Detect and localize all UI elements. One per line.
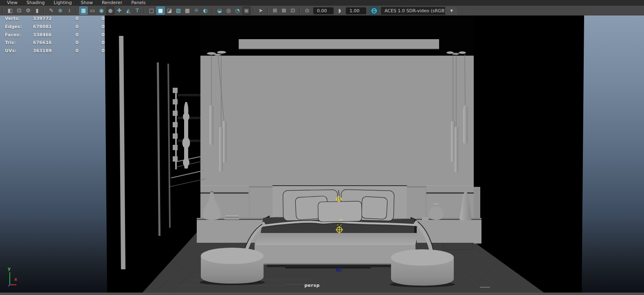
- menu-shading[interactable]: Shading: [22, 0, 49, 6]
- bedspread[interactable]: [255, 233, 418, 244]
- shadows-icon[interactable]: ◐: [201, 7, 209, 15]
- toolbar-separator: [253, 7, 254, 14]
- toolbar-separator: [44, 7, 45, 14]
- toolbar-separator: [76, 7, 77, 14]
- pillow-mid-right[interactable]: [361, 196, 388, 219]
- exposure-field[interactable]: 0.00: [313, 7, 334, 14]
- hud-row: Tris: 676616 0 0: [0, 40, 114, 48]
- selection-pivot-tick: [339, 220, 343, 220]
- menu-renderer[interactable]: Renderer: [97, 0, 127, 6]
- paint-tool-icon[interactable]: ≀: [65, 7, 73, 15]
- field-chart-icon[interactable]: ✚: [115, 7, 123, 15]
- hud-row: Faces: 338466 0 0: [0, 32, 114, 40]
- panel-toolbar: ◧⊡⚙▮✎⊕≀▦▭◉●✚◭T□■◪▧▩☼◐◒◎◔▣➤⊞⊠⊡ ⊙ 0.00 ◗ 1…: [0, 6, 644, 16]
- ceiling[interactable]: [199, 16, 475, 56]
- snapshot-icon[interactable]: ⊡: [289, 7, 297, 15]
- color-management-toggle[interactable]: ON: [369, 7, 379, 15]
- maya-viewport-panel: ViewShadingLightingShowRendererPanels ◧⊡…: [0, 0, 644, 295]
- axis-x-label: x: [14, 277, 17, 282]
- resolution-gate-icon[interactable]: ◉: [97, 7, 106, 15]
- viewport-canvas[interactable]: N|: [0, 16, 644, 295]
- hud-poly-count: Verts: 339772 0 0 Edges: 678081 0 0 Face…: [0, 16, 114, 56]
- vase-bottle-mouth: [210, 191, 213, 193]
- panel-bottom-border: [0, 293, 644, 295]
- smooth-shade-icon[interactable]: ■: [156, 7, 165, 15]
- hud-row: UVs: 363189 0 0: [0, 48, 114, 56]
- dropdown-arrow-icon[interactable]: ▼: [446, 7, 457, 15]
- ottoman-right[interactable]: [390, 249, 455, 287]
- scene-svg[interactable]: N|: [0, 16, 644, 295]
- hud-row: Edges: 678081 0 0: [0, 24, 114, 32]
- image-plane-icon[interactable]: ◭: [124, 7, 132, 15]
- gamma-field[interactable]: 1.00: [346, 7, 366, 14]
- lights-icon[interactable]: ☼: [192, 7, 200, 15]
- camera-label: persp: [301, 283, 323, 288]
- motion-blur-icon[interactable]: ◎: [224, 7, 233, 15]
- hud-row: Verts: 339772 0 0: [0, 16, 114, 24]
- bed-under-shadow2: [285, 267, 371, 268]
- camera-attributes-icon[interactable]: ◧: [6, 7, 14, 15]
- menu-view[interactable]: View: [2, 0, 22, 6]
- menu-lighting[interactable]: Lighting: [49, 0, 76, 6]
- right-wall[interactable]: [474, 16, 584, 293]
- film-gate-icon[interactable]: ▭: [88, 7, 97, 15]
- panel-menu-bar: ViewShadingLightingShowRendererPanels: [0, 0, 644, 6]
- bookmark-icon[interactable]: ▮: [33, 7, 41, 15]
- anti-aliasing-icon[interactable]: ◔: [233, 7, 242, 15]
- small-box[interactable]: [422, 217, 429, 220]
- pan-zoom-icon[interactable]: T: [133, 7, 141, 15]
- ceiling-beam[interactable]: [239, 39, 439, 49]
- toolbar-separator: [267, 7, 268, 14]
- toolbar-separator: [212, 7, 213, 14]
- textured-icon[interactable]: ▧: [174, 7, 182, 15]
- axis-indicator: y x: [3, 262, 28, 290]
- exposure-icon[interactable]: ⊙: [303, 7, 311, 15]
- isolate-select-icon[interactable]: ⊞: [271, 7, 279, 15]
- books-stack[interactable]: [224, 215, 239, 220]
- wireframe-on-shaded-icon[interactable]: ◪: [165, 7, 174, 15]
- toolbar-separator: [2, 7, 4, 14]
- camera-lock-icon[interactable]: ⊡: [15, 7, 23, 15]
- gamma-contrast-icon[interactable]: ◗: [336, 7, 344, 15]
- ottoman-left[interactable]: [200, 248, 265, 285]
- on-badge: ON: [371, 8, 377, 13]
- pivot-edit-icon[interactable]: ⊕: [56, 7, 64, 15]
- gate-mask-icon[interactable]: ●: [106, 7, 114, 15]
- pillow-front-center[interactable]: [318, 201, 362, 222]
- axis-z-line: [8, 285, 10, 286]
- menu-panels[interactable]: Panels: [127, 0, 150, 6]
- wireframe-icon[interactable]: □: [147, 7, 156, 15]
- isolate-add-icon[interactable]: ⊠: [280, 7, 288, 15]
- object-selection-icon[interactable]: ➤: [257, 7, 265, 15]
- toolbar-separator: [144, 7, 145, 14]
- use-default-material-icon[interactable]: ▩: [183, 7, 191, 15]
- toolbar-separator: [299, 7, 301, 14]
- view-transform-dropdown[interactable]: ACES 1.0 SDR-video (sRGB): [381, 7, 445, 15]
- toolbar-icons: ◧⊡⚙▮✎⊕≀▦▭◉●✚◭T□■◪▧▩☼◐◒◎◔▣➤⊞⊠⊡: [1, 7, 302, 15]
- camera-settings-icon[interactable]: ⚙: [24, 7, 32, 15]
- depth-of-field-icon[interactable]: ▣: [242, 7, 251, 15]
- grease-pencil-icon[interactable]: ✎: [47, 7, 55, 15]
- axis-y-label: y: [8, 266, 11, 271]
- menu-show[interactable]: Show: [76, 0, 97, 6]
- selection-annotation: N|: [336, 267, 343, 273]
- grid-icon[interactable]: ▦: [79, 7, 88, 15]
- bed-under-shadow: [267, 264, 393, 267]
- ambient-occlusion-icon[interactable]: ◒: [215, 7, 224, 15]
